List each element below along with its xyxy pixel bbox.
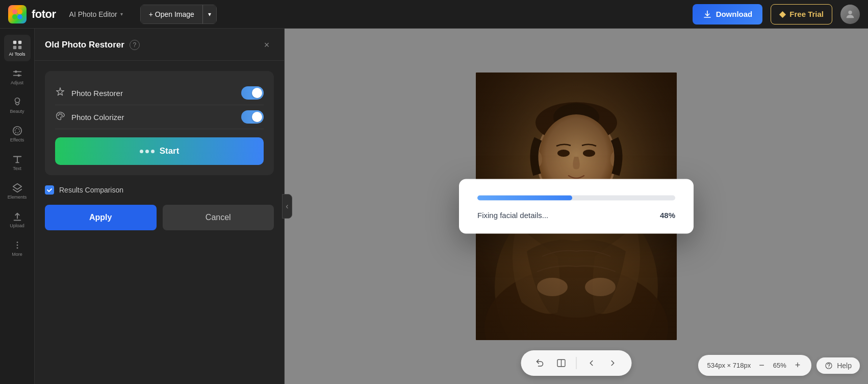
zoom-control: − 65% +: [757, 359, 802, 372]
open-image-button-group: + Open Image ▾: [140, 5, 217, 24]
more-label: More: [12, 252, 22, 257]
photo-restorer-toggle[interactable]: [241, 86, 264, 100]
photo-colorizer-toggle[interactable]: [241, 110, 264, 124]
ai-editor-button[interactable]: AI Photo Editor ▾: [64, 7, 128, 21]
arrow-right-icon: [608, 358, 618, 368]
ai-editor-chevron: ▾: [120, 11, 123, 17]
undo-button[interactable]: [531, 354, 549, 372]
arrow-right-button[interactable]: [604, 354, 622, 372]
svg-point-2: [12, 14, 17, 19]
results-comparison-checkbox[interactable]: [45, 185, 54, 195]
side-panel: Old Photo Restorer ? × Photo Restorer: [35, 29, 285, 384]
open-image-dropdown-button[interactable]: ▾: [202, 5, 217, 24]
bottom-right-info: 534px × 718px − 65% + Help: [698, 355, 860, 376]
main-layout: AI Tools Adjust Beauty Effects: [0, 29, 868, 384]
photo-colorizer-icon: [55, 111, 65, 124]
view-toggle-button[interactable]: [553, 354, 570, 372]
download-icon: [703, 10, 712, 19]
svg-point-10: [17, 74, 20, 77]
sidebar-item-beauty[interactable]: Beauty: [4, 92, 31, 118]
panel-help-icon[interactable]: ?: [130, 40, 140, 50]
arrow-left-button[interactable]: [583, 354, 600, 372]
svg-point-20: [62, 114, 63, 116]
panel-content: Photo Restorer: [35, 61, 284, 384]
panel-title-row: Old Photo Restorer ?: [45, 40, 140, 50]
logo-area: fotor: [8, 5, 56, 23]
start-dots: [140, 150, 155, 153]
free-trial-button[interactable]: ◆ Free Trial: [771, 4, 832, 25]
view-toggle-icon: [557, 358, 566, 368]
progress-bar-fill: [477, 196, 572, 201]
svg-rect-8: [18, 46, 21, 49]
svg-point-17: [58, 114, 59, 116]
svg-point-0: [12, 9, 17, 14]
diamond-icon: ◆: [779, 9, 785, 19]
icon-sidebar: AI Tools Adjust Beauty Effects: [0, 29, 35, 384]
adjust-icon: [12, 68, 23, 79]
svg-point-3: [17, 14, 22, 19]
sidebar-item-effects[interactable]: Effects: [4, 121, 31, 147]
sidebar-item-upload[interactable]: Upload: [4, 206, 31, 233]
photo-restorer-icon: [55, 87, 65, 100]
canvas-area: Fixing facial details... 48%: [285, 29, 868, 384]
free-trial-label: Free Trial: [789, 10, 824, 18]
panel-title: Old Photo Restorer: [45, 40, 124, 50]
apply-button[interactable]: Apply: [45, 205, 157, 230]
photo-restorer-label: Photo Restorer: [71, 89, 123, 98]
panel-collapse-button[interactable]: ‹: [282, 194, 292, 219]
svg-point-16: [16, 247, 18, 249]
download-button[interactable]: Download: [693, 4, 763, 25]
help-label: Help: [837, 362, 852, 370]
elements-label: Elements: [8, 195, 27, 200]
photo-restorer-left: Photo Restorer: [55, 87, 123, 100]
sidebar-item-text[interactable]: Text: [4, 149, 31, 176]
fotor-logo-icon: [8, 5, 27, 23]
zoom-out-button[interactable]: −: [757, 359, 767, 372]
dimensions-text: 534px × 718px: [707, 362, 751, 369]
svg-point-4: [848, 10, 852, 14]
svg-rect-5: [13, 41, 16, 44]
elements-icon: [12, 182, 23, 194]
toggle-knob: [252, 88, 262, 98]
sidebar-item-more[interactable]: More: [4, 235, 31, 261]
photo-colorizer-left: Photo Colorizer: [55, 111, 124, 124]
panel-close-button[interactable]: ×: [260, 38, 274, 52]
ai-editor-label: AI Photo Editor: [69, 10, 117, 18]
adjust-label: Adjust: [11, 81, 23, 85]
progress-modal: Fixing facial details... 48%: [459, 179, 694, 234]
sidebar-item-elements[interactable]: Elements: [4, 178, 31, 204]
download-label: Download: [716, 10, 753, 18]
avatar-inner: [840, 5, 860, 24]
svg-point-14: [16, 245, 18, 246]
help-button[interactable]: Help: [816, 357, 860, 374]
start-label: Start: [160, 146, 180, 156]
svg-point-19: [60, 113, 62, 115]
svg-rect-7: [13, 46, 16, 49]
open-image-button[interactable]: + Open Image: [140, 5, 202, 24]
svg-point-11: [15, 98, 19, 103]
effects-icon: [12, 125, 23, 136]
help-circle-icon: [825, 362, 833, 370]
svg-point-9: [14, 70, 17, 73]
text-icon: [12, 154, 23, 165]
results-comparison-row: Results Comparison: [45, 185, 274, 195]
navbar: fotor AI Photo Editor ▾ + Open Image ▾ D…: [0, 0, 868, 29]
sidebar-item-adjust[interactable]: Adjust: [4, 63, 31, 90]
user-avatar[interactable]: [840, 5, 860, 24]
checkmark-icon: [46, 187, 53, 193]
photo-colorizer-label: Photo Colorizer: [71, 113, 124, 122]
sidebar-item-ai-tools[interactable]: AI Tools: [4, 35, 31, 61]
svg-point-42: [829, 367, 829, 367]
photo-restorer-row: Photo Restorer: [55, 81, 264, 105]
zoom-in-button[interactable]: +: [793, 359, 803, 372]
progress-percent: 48%: [660, 211, 675, 220]
bottom-toolbar: [521, 350, 632, 376]
cancel-button[interactable]: Cancel: [163, 205, 274, 230]
progress-bar-background: [477, 196, 675, 201]
start-button[interactable]: Start: [55, 137, 264, 165]
svg-point-13: [15, 128, 19, 133]
more-icon: [12, 239, 23, 251]
svg-point-12: [13, 127, 21, 135]
logo-text: fotor: [32, 8, 56, 21]
svg-point-1: [17, 9, 22, 14]
